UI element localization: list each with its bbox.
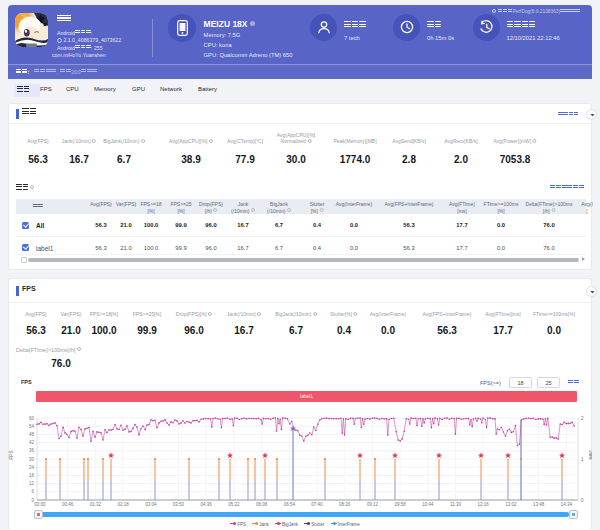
svg-text:48: 48 bbox=[29, 432, 35, 437]
svg-text:60: 60 bbox=[29, 416, 35, 421]
svg-text:00:46: 00:46 bbox=[62, 502, 74, 507]
svg-text:06:08: 06:08 bbox=[256, 502, 268, 507]
svg-text:Jank: Jank bbox=[588, 450, 592, 460]
svg-text:24: 24 bbox=[29, 465, 35, 470]
svg-text:2: 2 bbox=[581, 416, 584, 421]
svg-text:07:40: 07:40 bbox=[311, 502, 323, 507]
svg-text:12:16: 12:16 bbox=[478, 502, 490, 507]
svg-text:1: 1 bbox=[581, 457, 584, 462]
svg-text:18: 18 bbox=[29, 473, 35, 478]
svg-text:02:18: 02:18 bbox=[117, 502, 129, 507]
svg-text:12: 12 bbox=[29, 481, 35, 486]
svg-text:08:26: 08:26 bbox=[339, 502, 351, 507]
svg-text:13:02: 13:02 bbox=[505, 502, 517, 507]
svg-text:04:36: 04:36 bbox=[201, 502, 213, 507]
svg-text:54: 54 bbox=[29, 424, 35, 429]
svg-text:11:30: 11:30 bbox=[450, 502, 461, 507]
svg-text:00:00: 00:00 bbox=[34, 502, 46, 507]
svg-text:03:04: 03:04 bbox=[145, 502, 157, 507]
svg-text:10:44: 10:44 bbox=[422, 502, 434, 507]
svg-text:06:54: 06:54 bbox=[284, 502, 296, 507]
svg-text:05:22: 05:22 bbox=[228, 502, 240, 507]
svg-text:42: 42 bbox=[29, 440, 35, 445]
svg-text:0: 0 bbox=[581, 498, 584, 503]
svg-text:09:58: 09:58 bbox=[394, 502, 406, 507]
svg-text:14:34: 14:34 bbox=[561, 502, 573, 507]
svg-text:09:12: 09:12 bbox=[367, 502, 379, 507]
svg-text:6: 6 bbox=[31, 489, 34, 494]
svg-text:01:32: 01:32 bbox=[90, 502, 102, 507]
svg-text:03:50: 03:50 bbox=[173, 502, 185, 507]
svg-text:30: 30 bbox=[29, 457, 35, 462]
svg-text:13:48: 13:48 bbox=[533, 502, 545, 507]
svg-text:FPS: FPS bbox=[9, 451, 14, 460]
svg-text:36: 36 bbox=[29, 448, 35, 453]
